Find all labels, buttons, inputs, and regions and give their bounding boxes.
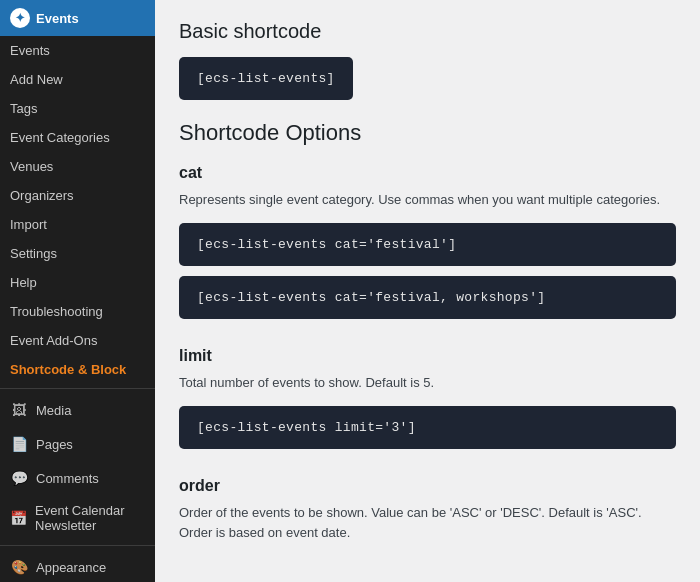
- option-limit-title: limit: [179, 347, 676, 365]
- sidebar-item-troubleshooting[interactable]: Troubleshooting: [0, 297, 155, 326]
- sidebar-newsletter-label: Event Calendar Newsletter: [35, 503, 145, 533]
- sidebar-item-venues[interactable]: Venues: [0, 152, 155, 181]
- sidebar-divider-1: [0, 388, 155, 389]
- sidebar-divider-2: [0, 545, 155, 546]
- sidebar-section-newsletter[interactable]: 📅 Event Calendar Newsletter: [0, 495, 155, 541]
- sidebar-appearance-label: Appearance: [36, 560, 106, 575]
- sidebar-item-shortcode-block[interactable]: Shortcode & Block: [0, 355, 155, 384]
- sidebar-item-organizers[interactable]: Organizers: [0, 181, 155, 210]
- sidebar-pages-label: Pages: [36, 437, 73, 452]
- pages-icon: 📄: [10, 435, 28, 453]
- sidebar-item-help[interactable]: Help: [0, 268, 155, 297]
- sidebar-events-menu: Events Add New Tags Event Categories Ven…: [0, 36, 155, 384]
- sidebar-item-event-addons[interactable]: Event Add-Ons: [0, 326, 155, 355]
- sidebar-item-add-new[interactable]: Add New: [0, 65, 155, 94]
- sidebar-media-label: Media: [36, 403, 71, 418]
- basic-shortcode-title: Basic shortcode: [179, 20, 676, 43]
- sidebar-section-media[interactable]: 🖼 Media: [0, 393, 155, 427]
- option-cat-description: Represents single event category. Use co…: [179, 190, 676, 211]
- sidebar: ✦ Events Events Add New Tags Event Categ…: [0, 0, 155, 582]
- limit-code-1: [ecs-list-events limit='3']: [179, 406, 676, 449]
- newsletter-icon: 📅: [10, 509, 27, 527]
- main-content: Basic shortcode [ecs-list-events] Shortc…: [155, 0, 700, 582]
- basic-shortcode-code: [ecs-list-events]: [179, 57, 353, 100]
- sidebar-header-label: Events: [36, 11, 79, 26]
- option-cat-title: cat: [179, 164, 676, 182]
- cat-code-2: [ecs-list-events cat='festival, workshop…: [179, 276, 676, 319]
- option-limit-description: Total number of events to show. Default …: [179, 373, 676, 394]
- media-icon: 🖼: [10, 401, 28, 419]
- option-limit-codes: [ecs-list-events limit='3']: [179, 406, 676, 459]
- option-order-title: order: [179, 477, 676, 495]
- sidebar-section-pages[interactable]: 📄 Pages: [0, 427, 155, 461]
- option-order-description: Order of the events to be shown. Value c…: [179, 503, 676, 545]
- sidebar-item-settings[interactable]: Settings: [0, 239, 155, 268]
- sidebar-item-tags[interactable]: Tags: [0, 94, 155, 123]
- option-cat-codes: [ecs-list-events cat='festival'] [ecs-li…: [179, 223, 676, 329]
- sidebar-item-event-categories[interactable]: Event Categories: [0, 123, 155, 152]
- sidebar-comments-label: Comments: [36, 471, 99, 486]
- comments-icon: 💬: [10, 469, 28, 487]
- sidebar-item-import[interactable]: Import: [0, 210, 155, 239]
- sidebar-section-appearance[interactable]: 🎨 Appearance: [0, 550, 155, 582]
- shortcode-options-title: Shortcode Options: [179, 120, 676, 146]
- sidebar-section-comments[interactable]: 💬 Comments: [0, 461, 155, 495]
- appearance-icon: 🎨: [10, 558, 28, 576]
- cat-code-1: [ecs-list-events cat='festival']: [179, 223, 676, 266]
- events-plugin-icon: ✦: [10, 8, 30, 28]
- sidebar-item-events[interactable]: Events: [0, 36, 155, 65]
- sidebar-header[interactable]: ✦ Events: [0, 0, 155, 36]
